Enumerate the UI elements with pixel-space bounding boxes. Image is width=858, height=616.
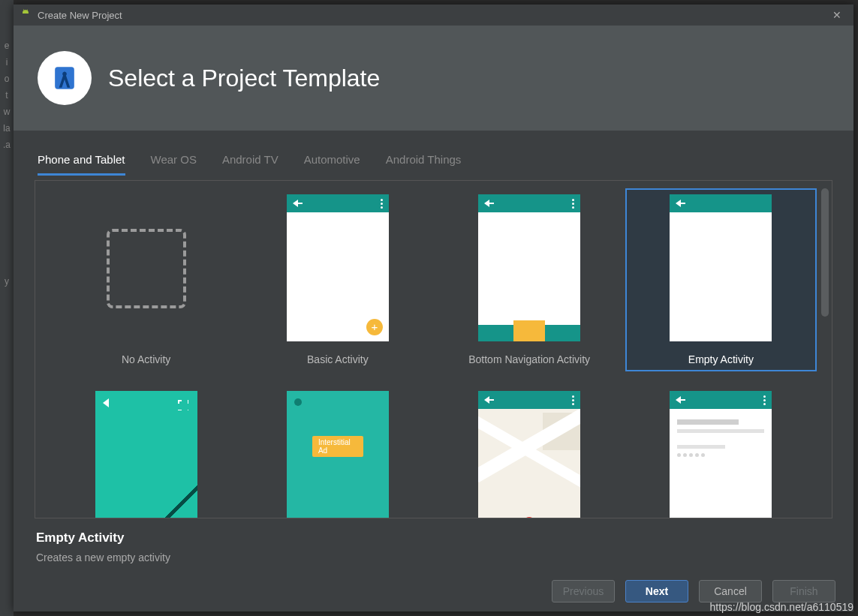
template-basic-activity[interactable]: + Basic Activity — [242, 188, 433, 371]
selected-template-description: Creates a new empty activity — [36, 551, 831, 563]
tab-automotive[interactable]: Automotive — [304, 153, 360, 176]
next-button[interactable]: Next — [625, 580, 688, 602]
android-studio-logo — [38, 51, 92, 105]
template-label: No Activity — [122, 353, 170, 365]
template-label: Empty Activity — [688, 353, 754, 365]
template-thumb — [478, 391, 580, 518]
tab-android-tv[interactable]: Android TV — [222, 153, 278, 176]
template-thumb — [670, 391, 772, 518]
ad-button-label: Interstitial Ad — [312, 436, 363, 457]
template-thumb — [95, 194, 197, 341]
tab-android-things[interactable]: Android Things — [386, 153, 462, 176]
template-label: Basic Activity — [307, 353, 369, 365]
cancel-button[interactable]: Cancel — [699, 580, 762, 602]
finish-button[interactable]: Finish — [772, 580, 835, 602]
template-thumb — [670, 194, 772, 341]
map-pin-icon — [523, 517, 535, 518]
template-fullscreen-activity[interactable] — [50, 385, 242, 518]
selected-template-name: Empty Activity — [36, 530, 831, 545]
page-title: Select a Project Template — [108, 65, 380, 92]
create-project-dialog: Create New Project ✕ Select a Project Te… — [14, 5, 853, 611]
titlebar: Create New Project ✕ — [14, 5, 853, 26]
previous-button[interactable]: Previous — [552, 580, 615, 602]
gallery-scrollbar[interactable] — [821, 188, 829, 317]
template-thumb — [478, 194, 580, 341]
template-master-detail-activity[interactable] — [625, 385, 817, 518]
tab-wear-os[interactable]: Wear OS — [151, 153, 197, 176]
template-bottom-navigation-activity[interactable]: Bottom Navigation Activity — [434, 188, 625, 371]
window-title: Create New Project — [38, 10, 122, 21]
template-maps-activity[interactable] — [434, 385, 625, 518]
close-icon[interactable]: ✕ — [826, 9, 847, 21]
svg-point-1 — [62, 72, 67, 77]
template-label: Bottom Navigation Activity — [468, 353, 590, 365]
template-thumb: + — [287, 194, 389, 341]
template-admob-ads-activity[interactable]: Interstitial Ad — [242, 385, 433, 518]
fullscreen-icon — [178, 400, 188, 410]
fab-icon: + — [366, 319, 383, 335]
header-banner: Select a Project Template — [14, 26, 853, 131]
template-thumb — [95, 391, 197, 518]
template-thumb: Interstitial Ad — [287, 391, 389, 518]
template-empty-activity[interactable]: Empty Activity — [625, 188, 817, 371]
watermark-text: https://blog.csdn.net/a6110519 — [710, 601, 853, 613]
selection-description: Empty Activity Creates a new empty activ… — [14, 518, 853, 566]
template-no-activity[interactable]: No Activity — [50, 188, 242, 371]
template-gallery: No Activity + Basic Activity Bottom Navi… — [35, 180, 832, 518]
background-editor-strip: eiotwla.a y — [0, 0, 14, 616]
platform-tabs: Phone and Tablet Wear OS Android TV Auto… — [14, 131, 853, 176]
tab-phone-tablet[interactable]: Phone and Tablet — [38, 153, 125, 176]
android-icon — [20, 9, 32, 21]
back-icon — [103, 398, 109, 407]
